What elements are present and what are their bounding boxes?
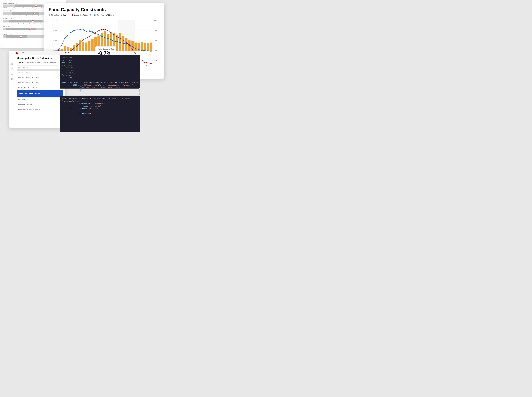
new-dataset-button[interactable]: New Data Set +: [17, 65, 63, 69]
svg-point-72: [135, 48, 136, 49]
slider-thumb-pc[interactable]: [32, 20, 34, 22]
slider-thumb-pe[interactable]: [20, 36, 22, 38]
legend-label-returns: Cumulative Returns %: [74, 14, 91, 16]
svg-text:600: 600: [155, 40, 157, 42]
tab-datasets[interactable]: Data Sets: [17, 61, 25, 64]
svg-point-87: [113, 34, 115, 35]
sidebar-icon-grid[interactable]: ⊞: [10, 67, 13, 70]
topbar-title: Analytics Lab: [19, 52, 29, 54]
svg-rect-27: [91, 39, 93, 51]
dataset-label-firm-custom: Firm-Level Custom Datapoints: [18, 87, 39, 88]
svg-rect-44: [144, 43, 146, 51]
svg-rect-18: [64, 46, 66, 51]
morningstar-logo: M: [16, 52, 18, 54]
dataset-item-revenue-country[interactable]: Revenue Exposure by Country: [17, 80, 63, 84]
svg-point-64: [110, 39, 111, 40]
dataset-label-risk-model: Risk Model: [18, 99, 26, 100]
new-dataset-label: New Data Set: [18, 67, 28, 68]
svg-text:0.4%: 0.4%: [53, 40, 57, 42]
arrow-icon: [70, 83, 84, 94]
svg-point-53: [77, 29, 78, 31]
svg-marker-98: [79, 90, 81, 92]
svg-point-84: [95, 32, 96, 33]
svg-point-73: [138, 49, 139, 50]
svg-point-54: [79, 29, 81, 30]
analytics-sidebar: ≡ ⌂ ▣ ⊞ △ ⊟: [9, 51, 15, 128]
dataset-controls: New Data Set + Search by Name 🔍: [15, 64, 65, 75]
slider-thumb-roic[interactable]: [29, 28, 31, 30]
sidebar-icon-menu[interactable]: ≡: [10, 52, 13, 55]
svg-point-55: [83, 29, 84, 31]
legend-item-assets: Total Assets ($ Million): [94, 14, 114, 16]
svg-point-67: [120, 42, 121, 43]
svg-point-80: [70, 50, 72, 51]
dataset-item-my-custom[interactable]: My Custom Datapoints: [17, 90, 63, 97]
chart-legend: Flows Capacity Gap % Cumulative Returns …: [49, 14, 159, 16]
svg-point-82: [83, 39, 84, 40]
svg-text:400: 400: [155, 50, 157, 51]
svg-text:200: 200: [155, 60, 157, 62]
legend-dot-returns: [72, 14, 73, 16]
svg-point-83: [89, 36, 90, 37]
svg-point-56: [86, 31, 87, 32]
tab-lists[interactable]: Lists & Search Criteria: [25, 61, 42, 64]
analytics-main: M Analytics Lab Morningstar Direct Exten…: [15, 51, 65, 128]
search-placeholder: Search by Name: [18, 71, 59, 73]
svg-rect-25: [85, 43, 87, 51]
svg-rect-26: [88, 41, 91, 51]
svg-point-90: [132, 49, 133, 50]
dataset-item-revenue-region[interactable]: Revenue Exposure by Region: [17, 75, 63, 79]
legend-label-flows: Flows Capacity Gap %: [51, 14, 68, 16]
sidebar-icon-alert[interactable]: △: [10, 72, 13, 75]
sidebar-icon-data[interactable]: ⊟: [10, 77, 13, 80]
svg-point-69: [126, 43, 127, 44]
svg-point-71: [132, 46, 133, 47]
slider-thumb-market-cap[interactable]: [35, 5, 37, 7]
svg-text:1,000: 1,000: [154, 19, 158, 21]
dataset-label-revenue-country: Revenue Exposure by Country: [18, 81, 39, 83]
svg-point-92: [144, 62, 145, 63]
svg-rect-36: [119, 33, 121, 51]
legend-dot-assets: [94, 14, 96, 16]
code-panel-bottom: display(md.direct.get_excess_returns(inv…: [60, 96, 140, 132]
svg-point-74: [141, 50, 142, 51]
svg-point-88: [120, 38, 121, 39]
sidebar-icon-folder[interactable]: ▣: [10, 62, 13, 65]
tooltip-label: Flows Capacity Gap: [98, 48, 114, 50]
svg-point-52: [73, 30, 74, 31]
legend-item-returns: Cumulative Returns %: [72, 14, 91, 16]
svg-rect-43: [141, 42, 143, 51]
svg-point-61: [101, 36, 102, 37]
svg-text:800: 800: [155, 30, 157, 31]
svg-point-63: [107, 38, 108, 39]
svg-point-58: [92, 31, 93, 33]
tab-bar: Data Sets Lists & Search Criteria Perfor…: [17, 61, 63, 64]
svg-point-89: [126, 42, 127, 43]
dataset-label-my-custom: My Custom Datapoints: [19, 92, 40, 95]
svg-point-49: [64, 38, 65, 39]
slider-thumb-pfcf[interactable]: [33, 12, 35, 14]
dataset-label-fees-expenses: Fees and Expenses: [18, 104, 32, 105]
svg-point-68: [123, 43, 124, 44]
svg-text:2022: 2022: [146, 65, 149, 67]
analytics-topbar: M Analytics Lab: [15, 51, 65, 55]
svg-rect-41: [135, 43, 137, 51]
svg-rect-22: [76, 43, 78, 51]
svg-point-51: [70, 32, 72, 33]
dataset-item-risk-model[interactable]: Risk Model: [17, 98, 63, 102]
legend-label-assets: Total Assets ($ Million): [97, 14, 114, 16]
legend-dot-flows: [49, 14, 50, 16]
legend-item-flows: Flows Capacity Gap %: [49, 14, 68, 16]
dataset-item-fees-expenses[interactable]: Fees and Expenses: [17, 103, 63, 107]
dataset-label-revenue-region: Revenue Exposure by Region: [18, 76, 39, 78]
tab-performance[interactable]: Performance Reports: [42, 61, 57, 64]
content-header: Morningstar Direct Extension Data Sets L…: [15, 55, 65, 64]
dataset-item-fees-schedule[interactable]: Fees Schedule and Breakdown: [17, 108, 63, 112]
dataset-item-firm-custom[interactable]: Firm-Level Custom Datapoints: [17, 85, 63, 89]
search-box[interactable]: Search by Name 🔍: [17, 70, 63, 74]
svg-point-62: [104, 37, 105, 38]
sidebar-icon-home[interactable]: ⌂: [10, 57, 13, 60]
svg-point-50: [67, 35, 68, 36]
dataset-label-fees-schedule: Fees Schedule and Breakdown: [18, 109, 40, 111]
svg-rect-24: [82, 42, 84, 51]
